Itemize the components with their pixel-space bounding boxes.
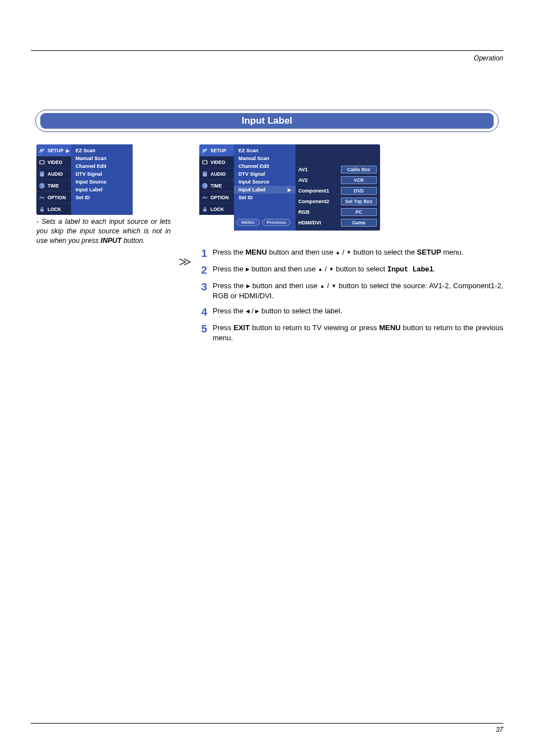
tab-setup: SETUP ▶ (36, 144, 71, 156)
label-value: Cable Box (341, 166, 377, 173)
tab-label: SETUP (48, 148, 63, 153)
tab-label: LOCK (210, 206, 224, 212)
tab-label: OPTION (210, 195, 229, 200)
option-icon (202, 194, 208, 201)
video-icon (39, 159, 45, 166)
clock-icon (39, 182, 45, 189)
tab-label: AUDIO (210, 171, 226, 177)
input-label-submenu: AV1 Cable Box AV2 VCR Component1 DVD C (295, 144, 380, 231)
sub-row: Component1 DVD (298, 186, 377, 195)
label-value: DVD (341, 187, 377, 195)
svg-rect-0 (40, 161, 44, 164)
tab-label: TIME (48, 183, 59, 189)
lock-icon (39, 206, 45, 213)
label-value: VCR (341, 176, 377, 184)
footer-previous-button: Previous (262, 219, 291, 226)
section-title-frame: Input Label (35, 110, 499, 132)
svg-rect-5 (203, 161, 207, 164)
tab-label: LOCK (48, 206, 61, 212)
section-title: Input Label (40, 113, 494, 129)
page-number: 37 (31, 726, 503, 734)
menu-item: Input Source (234, 178, 296, 186)
osd-menu-after: SETUP VIDEO AUDIO (199, 144, 380, 231)
menu-item: DTV Signal (71, 170, 133, 178)
transition-arrow-icon: ≫ (179, 224, 191, 269)
down-icon: ▼ (346, 249, 352, 256)
tab-time: TIME (36, 180, 71, 191)
tab-video: VIDEO (199, 156, 234, 168)
tab-time: TIME (199, 180, 234, 191)
tab-option: OPTION (36, 191, 71, 203)
tab-option: OPTION (199, 191, 234, 203)
menu-item-selected: Input Label ▶ (234, 186, 296, 194)
lock-icon (202, 206, 208, 213)
tab-label: TIME (210, 183, 222, 189)
label-value: Game (341, 219, 377, 227)
sub-row: AV2 VCR (298, 176, 377, 185)
menu-item: EZ Scan (71, 147, 133, 154)
option-icon (39, 194, 45, 201)
tab-label: SETUP (210, 148, 226, 153)
sub-row: AV1 Cable Box (298, 165, 377, 174)
down-icon: ▼ (331, 283, 336, 289)
up-icon: ▲ (318, 266, 323, 273)
audio-icon (202, 171, 208, 177)
right-icon: ▶ (246, 283, 250, 289)
tab-lock: LOCK (36, 203, 71, 215)
menu-item: Input Source (71, 178, 133, 186)
left-icon: ◀ (246, 308, 250, 314)
menu-item: Manual Scan (71, 154, 133, 162)
tab-video: VIDEO (36, 156, 71, 168)
step-4: 4 Press the ◀ / ▶ button to select the l… (199, 306, 503, 317)
tab-setup: SETUP (199, 144, 234, 156)
sub-row: RGB PC (298, 208, 377, 217)
chevron-right-icon: ▶ (288, 187, 291, 192)
menu-item: EZ Scan (234, 147, 296, 154)
description-text: - Sets a label to each input source or l… (31, 217, 171, 246)
tab-lock: LOCK (199, 203, 234, 215)
tab-label: VIDEO (48, 159, 62, 165)
svg-rect-4 (40, 209, 44, 212)
video-icon (202, 159, 208, 166)
menu-item: DTV Signal (234, 170, 296, 178)
instruction-steps: 1 Press the MENU button and then use ▲ /… (199, 247, 503, 342)
setup-icon (202, 147, 208, 154)
svg-rect-9 (203, 209, 207, 212)
setup-icon (39, 147, 45, 154)
chevron-right-icon: ▶ (66, 148, 69, 153)
step-5: 5 Press EXIT button to return to TV view… (199, 323, 503, 342)
step-1: 1 Press the MENU button and then use ▲ /… (199, 247, 503, 259)
footer-menu-button: MENU (236, 219, 260, 226)
page-header: Operation (31, 54, 503, 62)
menu-item: Set ID (234, 194, 296, 201)
tab-audio: AUDIO (36, 168, 71, 180)
audio-icon (39, 171, 45, 177)
menu-item: Channel Edit (234, 162, 296, 170)
menu-item: Set ID (71, 194, 133, 201)
step-3: 3 Press the ▶ button and then use ▲ / ▼ … (199, 281, 503, 300)
menu-item: Input Label (71, 186, 133, 194)
label-value: PC (341, 208, 377, 216)
tab-label: AUDIO (48, 171, 63, 177)
tab-audio: AUDIO (199, 168, 234, 180)
up-icon: ▲ (335, 249, 340, 256)
right-icon: ▶ (246, 266, 250, 273)
step-2: 2 Press the ▶ button and then use ▲ / ▼ … (199, 264, 503, 275)
osd-menu-before: SETUP ▶ VIDEO AUDIO (36, 144, 171, 215)
label-value: Set Top Box (341, 198, 377, 205)
menu-item: Manual Scan (234, 154, 296, 162)
tab-label: OPTION (48, 195, 66, 200)
sub-row: Component2 Set Top Box (298, 197, 377, 206)
tab-label: VIDEO (210, 159, 225, 165)
sub-row: HDMI/DVI Game (298, 218, 377, 227)
menu-item: Channel Edit (71, 162, 133, 170)
up-icon: ▲ (320, 283, 325, 289)
clock-icon (202, 182, 208, 189)
